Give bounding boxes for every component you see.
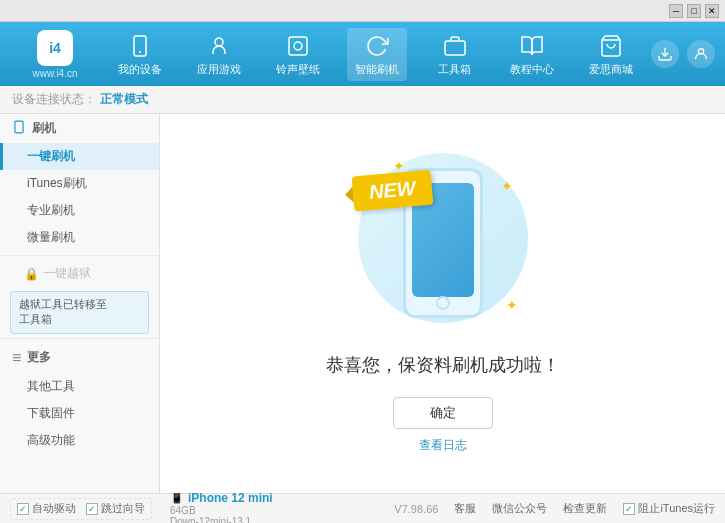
auto-drive-label: 自动驱动 [32,501,76,516]
sidebar: 刷机 一键刷机 iTunes刷机 专业刷机 微量刷机 🔒 一键越狱 越狱工具已转… [0,114,160,493]
bottom-bar: ✓ 自动驱动 ✓ 跳过向导 📱 iPhone 12 mini 64GB Down… [0,493,725,523]
sidebar-divider-1 [0,255,159,256]
sparkle-3: ✦ [506,297,518,313]
auto-drive-check-icon: ✓ [17,503,29,515]
sparkle-1: ✦ [393,158,405,174]
skip-wizard-check-icon: ✓ [86,503,98,515]
my-device-icon [126,32,154,60]
confirm-button[interactable]: 确定 [393,397,493,429]
sidebar-pro-flash[interactable]: 专业刷机 [0,197,159,224]
logo-area: i4 www.i4.cn [10,30,100,79]
sidebar-jailbreak-info: 越狱工具已转移至工具箱 [10,291,149,334]
new-badge: NEW [351,170,432,212]
bottom-right: V7.98.66 客服 微信公众号 检查更新 ✓ 阻止iTunes运行 [394,501,715,516]
customer-service-link[interactable]: 客服 [454,501,476,516]
wechat-link[interactable]: 微信公众号 [492,501,547,516]
flash-section-icon [12,120,26,137]
nav-smart-flash[interactable]: 智能刷机 [347,28,407,81]
sidebar-more-header: ≡ 更多 [0,343,159,373]
nav-items: 我的设备 应用游戏 铃声壁纸 智能刷机 工具箱 [100,28,651,81]
phone-illustration: NEW ✦ ✦ ✦ [363,153,523,333]
smart-flash-icon [363,32,391,60]
nav-toolbox[interactable]: 工具箱 [427,28,483,81]
apps-games-icon [205,32,233,60]
svg-rect-5 [445,41,465,55]
skip-wizard-checkbox[interactable]: ✓ 跳过向导 [86,501,145,516]
lock-icon: 🔒 [24,267,39,281]
nav-store-label: 爱思商城 [589,62,633,77]
nav-smart-flash-label: 智能刷机 [355,62,399,77]
nav-toolbox-label: 工具箱 [438,62,471,77]
top-nav: i4 www.i4.cn 我的设备 应用游戏 铃声壁纸 智能刷机 [0,22,725,86]
svg-rect-9 [15,121,23,133]
checkbox-area: ✓ 自动驱动 ✓ 跳过向导 [10,498,152,520]
more-section-label: 更多 [27,349,51,366]
logo-icon: i4 [37,30,73,66]
phone-home-btn [436,296,450,310]
content-area: NEW ✦ ✦ ✦ 恭喜您，保资料刷机成功啦！ 确定 查看日志 [160,114,725,493]
nav-store[interactable]: 爱思商城 [581,28,641,81]
status-bar: 设备连接状态： 正常模式 [0,86,725,114]
sidebar-download-firmware[interactable]: 下载固件 [0,400,159,427]
hero-area: NEW ✦ ✦ ✦ 恭喜您，保资料刷机成功啦！ 确定 查看日志 [326,153,560,454]
download-button[interactable] [651,40,679,68]
block-itunes-toggle[interactable]: ✓ 阻止iTunes运行 [623,501,715,516]
status-label: 设备连接状态： [12,91,96,108]
action-buttons: 确定 查看日志 [393,397,493,454]
nav-apps-games[interactable]: 应用游戏 [189,28,249,81]
toolbox-icon [441,32,469,60]
skip-wizard-label: 跳过向导 [101,501,145,516]
nav-apps-games-label: 应用游戏 [197,62,241,77]
title-bar: ─ □ ✕ [0,0,725,22]
itunes-label: 阻止iTunes运行 [638,501,715,516]
view-log-link[interactable]: 查看日志 [419,437,467,454]
maximize-btn[interactable]: □ [687,4,701,18]
sidebar-itunes-flash[interactable]: iTunes刷机 [0,170,159,197]
sidebar-micro-flash[interactable]: 微量刷机 [0,224,159,251]
nav-my-device[interactable]: 我的设备 [110,28,170,81]
sidebar-jailbreak-header: 🔒 一键越狱 [0,260,159,287]
auto-drive-checkbox[interactable]: ✓ 自动驱动 [17,501,76,516]
svg-point-4 [294,42,302,50]
sparkle-2: ✦ [501,178,513,194]
sidebar-other-tools[interactable]: 其他工具 [0,373,159,400]
sidebar-divider-2 [0,338,159,339]
jailbreak-label: 一键越狱 [43,265,91,282]
nav-ringtones[interactable]: 铃声壁纸 [268,28,328,81]
device-firmware: Down-12mini-13,1 [170,516,273,524]
check-update-link[interactable]: 检查更新 [563,501,607,516]
main-content: 刷机 一键刷机 iTunes刷机 专业刷机 微量刷机 🔒 一键越狱 越狱工具已转… [0,114,725,493]
sidebar-advanced[interactable]: 高级功能 [0,427,159,454]
status-value: 正常模式 [100,91,148,108]
logo-text: www.i4.cn [32,68,77,79]
sidebar-flash-header: 刷机 [0,114,159,143]
more-section-icon: ≡ [12,349,21,367]
nav-right-buttons [651,40,715,68]
svg-rect-3 [289,37,307,55]
nav-tutorial[interactable]: 教程中心 [502,28,562,81]
tutorial-icon [518,32,546,60]
svg-point-2 [215,38,223,46]
account-button[interactable] [687,40,715,68]
sidebar-one-key-flash[interactable]: 一键刷机 [0,143,159,170]
device-storage: 64GB [170,505,273,516]
nav-my-device-label: 我的设备 [118,62,162,77]
itunes-check-icon: ✓ [623,503,635,515]
nav-ringtones-label: 铃声壁纸 [276,62,320,77]
flash-section-label: 刷机 [32,120,56,137]
success-text: 恭喜您，保资料刷机成功啦！ [326,353,560,377]
close-btn[interactable]: ✕ [705,4,719,18]
store-icon [597,32,625,60]
version-label: V7.98.66 [394,503,438,515]
window-controls: ─ □ ✕ [669,4,719,18]
ringtones-icon [284,32,312,60]
nav-tutorial-label: 教程中心 [510,62,554,77]
minimize-btn[interactable]: ─ [669,4,683,18]
